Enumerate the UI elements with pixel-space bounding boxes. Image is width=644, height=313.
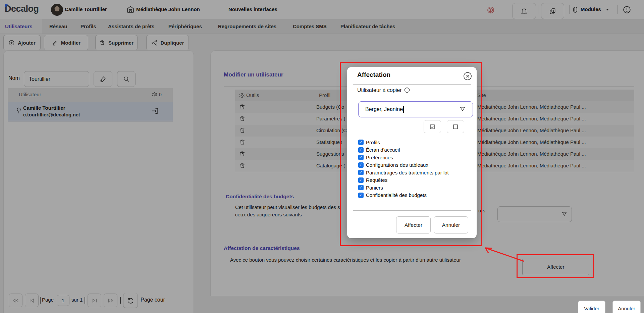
modal-footer-divider [353,210,471,211]
checkbox-label: Configurations des tableaux [366,162,428,168]
close-icon[interactable] [463,71,472,81]
copy-user-label: Utilisateur à copier [357,87,402,93]
checkbox-item[interactable]: Préférences [358,155,449,160]
checkbox-label: Paramétrages des traitements par lot [366,170,449,175]
checkbox-item[interactable]: Paramétrages des traitements par lot [358,170,449,175]
text-cursor [403,106,404,113]
checkbox-label: Paniers [366,185,383,191]
characteristics-checkbox-list: Profils Écran d'accueil Préférences Conf… [358,140,449,200]
checkbox-item[interactable]: Confidentialité des budgets [358,193,449,198]
valider-button[interactable]: Valider [578,301,605,313]
checkbox-item[interactable]: Configurations des tableaux [358,162,449,168]
modal-title: Affectation [357,71,390,79]
modal-annuler-button[interactable]: Annuler [434,216,468,233]
checkbox-checked-icon [358,170,364,175]
affectation-modal: Affectation Utilisateur à copier Berger,… [347,67,477,238]
checkbox-item[interactable]: Paniers [358,185,449,191]
copy-user-combobox[interactable]: Berger, Jeanine [358,101,473,117]
checkbox-checked-icon [358,193,364,198]
empty-box-icon [453,124,458,129]
modal-affecter-label: Affecter [405,222,422,228]
checkbox-checked-icon [358,162,364,168]
modal-annuler-label: Annuler [442,222,460,228]
checkbox-checked-icon [358,147,364,153]
checkbox-checked-icon [358,140,364,145]
info-icon[interactable] [404,87,410,93]
app-screen: Decalog Camille Tourtillier Médiathèque … [0,0,644,313]
checkbox-checked-icon [358,177,364,183]
checkbox-label: Confidentialité des budgets [366,192,427,198]
checkbox-item[interactable]: Profils [358,140,449,145]
modal-affecter-button[interactable]: Affecter [396,216,431,233]
checkbox-checked-icon [358,155,364,160]
valider-button-label: Valider [584,306,599,311]
checkbox-label: Préférences [366,155,393,160]
checkbox-label: Profils [366,140,380,145]
checkbox-item[interactable]: Requêtes [358,177,449,183]
modal-dim-overlay [0,0,644,313]
checkbox-item[interactable]: Écran d'accueil [358,147,449,153]
copy-user-value: Berger, Jeanine [365,106,403,112]
checked-box-icon [430,124,435,129]
annuler-footer-button-label: Annuler [618,306,635,311]
checkbox-checked-icon [358,185,364,190]
modal-title-divider [353,84,471,85]
check-all-button[interactable] [424,120,441,133]
combobox-dropdown-icon[interactable] [460,107,465,111]
checkbox-label: Requêtes [366,177,387,183]
annuler-footer-button[interactable]: Annuler [612,301,641,313]
checkbox-label: Écran d'accueil [366,147,400,153]
uncheck-all-button[interactable] [447,120,464,133]
